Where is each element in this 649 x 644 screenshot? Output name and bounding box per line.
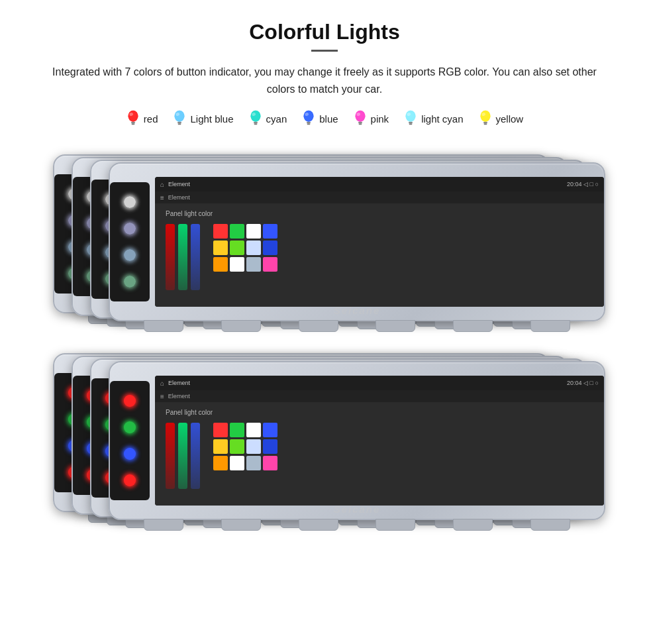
svg-point-13 (250, 111, 260, 122)
color-swatch-grid (213, 423, 277, 470)
svg-rect-31 (483, 122, 487, 124)
color-label-red: red (144, 113, 158, 125)
color-bar (178, 224, 187, 290)
bulb-icon (478, 109, 493, 128)
app-title-label: Element (168, 380, 190, 386)
color-swatch (263, 456, 277, 470)
screen-wrap: ⌂Element20:04 ◁ □ ○≡ElementPanel light c… (155, 177, 604, 307)
title-divider (311, 50, 338, 52)
svg-rect-7 (178, 124, 181, 125)
screen-content: Panel light color (155, 203, 604, 307)
color-label-Light-blue: Light blue (190, 113, 233, 125)
bracket (144, 320, 183, 332)
bracket (375, 519, 415, 531)
menu-icon: ≡ (160, 393, 164, 400)
screen-wrap: ⌂Element20:04 ◁ □ ○≡ElementPanel light c… (155, 376, 604, 506)
svg-rect-21 (358, 122, 362, 124)
svg-point-28 (406, 111, 416, 122)
panel-light-label: Panel light color (166, 210, 593, 217)
color-list: red Light blue cyan (26, 109, 623, 128)
color-item-light-cyan: light cyan (403, 109, 463, 128)
bulb-icon (301, 109, 316, 128)
sub-header: ≡Element (155, 390, 604, 402)
svg-rect-6 (178, 122, 182, 124)
color-label-cyan: cyan (266, 113, 287, 125)
color-bar (191, 423, 200, 489)
screen-topbar: ⌂Element20:04 ◁ □ ○ (155, 177, 604, 191)
svg-rect-22 (358, 124, 362, 125)
svg-rect-32 (483, 124, 487, 125)
color-label-blue: blue (319, 113, 338, 125)
home-icon: ⌂ (160, 380, 164, 387)
color-selection-area (166, 423, 593, 489)
color-swatch (230, 241, 244, 255)
left-panel (110, 381, 150, 500)
color-bar (166, 423, 175, 489)
bracket (221, 519, 261, 531)
color-swatch (246, 456, 261, 470)
color-item-cyan: cyan (248, 109, 287, 128)
color-swatch (246, 241, 261, 255)
units-section: ⌂Element20:04 ◁ □ ○≡ElementPanel light c… (26, 148, 623, 539)
bracket (375, 320, 415, 332)
sub-header: ≡Element (155, 191, 604, 203)
color-swatch (263, 439, 277, 454)
color-swatch (263, 241, 277, 255)
svg-rect-16 (307, 122, 311, 124)
color-selection-area (166, 224, 593, 290)
color-swatch (230, 439, 244, 454)
page-title: Colorful Lights (26, 20, 623, 44)
color-swatch (213, 456, 228, 470)
bracket (453, 519, 493, 531)
svg-rect-1 (131, 122, 135, 124)
svg-point-33 (480, 111, 490, 122)
glow-button (124, 249, 136, 261)
color-item-red: red (126, 109, 158, 128)
color-swatch (213, 423, 228, 437)
color-swatch (230, 456, 244, 470)
glow-button (124, 448, 136, 460)
svg-rect-12 (254, 124, 257, 125)
color-item-Light-blue: Light blue (172, 109, 233, 128)
color-swatch (213, 224, 228, 239)
color-item-pink: pink (353, 109, 389, 128)
svg-point-8 (175, 111, 185, 122)
stack-top: ⌂Element20:04 ◁ □ ○≡ElementPanel light c… (53, 154, 596, 333)
glow-button (124, 196, 136, 208)
bracket (144, 519, 183, 531)
color-swatch (246, 257, 261, 272)
color-swatch (263, 257, 277, 272)
menu-icon: ≡ (160, 194, 164, 201)
svg-point-3 (128, 111, 138, 122)
sub-title: Element (168, 194, 190, 201)
svg-rect-2 (131, 124, 134, 125)
unit-row-top: ⌂Element20:04 ◁ □ ○≡ElementPanel light c… (26, 148, 623, 340)
color-swatch (230, 257, 244, 272)
glow-button (124, 474, 136, 486)
color-bars-area (166, 224, 200, 290)
color-label-pink: pink (371, 113, 389, 125)
color-swatch (213, 257, 228, 272)
bulb-icon (248, 109, 263, 128)
screen-content: Panel light color (155, 402, 604, 506)
unit-row-bottom: ⌂Element20:04 ◁ □ ○≡ElementPanel light c… (26, 347, 623, 539)
bracket (453, 320, 493, 332)
unit-frame: ⌂Element20:04 ◁ □ ○≡ElementPanel light c… (109, 162, 605, 321)
bulb-icon (403, 109, 418, 128)
glow-button (124, 421, 136, 433)
bulb-icon (126, 109, 140, 128)
status-bar-right: 20:04 ◁ □ ○ (567, 380, 599, 386)
color-swatch (263, 224, 277, 239)
home-icon: ⌂ (160, 181, 164, 188)
svg-point-23 (355, 111, 365, 122)
svg-rect-17 (307, 124, 311, 125)
bracket (299, 320, 338, 332)
color-label-light-cyan: light cyan (421, 113, 463, 125)
color-label-yellow: yellow (496, 113, 524, 125)
svg-rect-26 (409, 122, 413, 124)
svg-rect-11 (254, 122, 258, 124)
color-swatch (263, 423, 277, 437)
color-swatch (230, 224, 244, 239)
glow-button (124, 395, 136, 407)
status-bar-right: 20:04 ◁ □ ○ (567, 181, 599, 188)
